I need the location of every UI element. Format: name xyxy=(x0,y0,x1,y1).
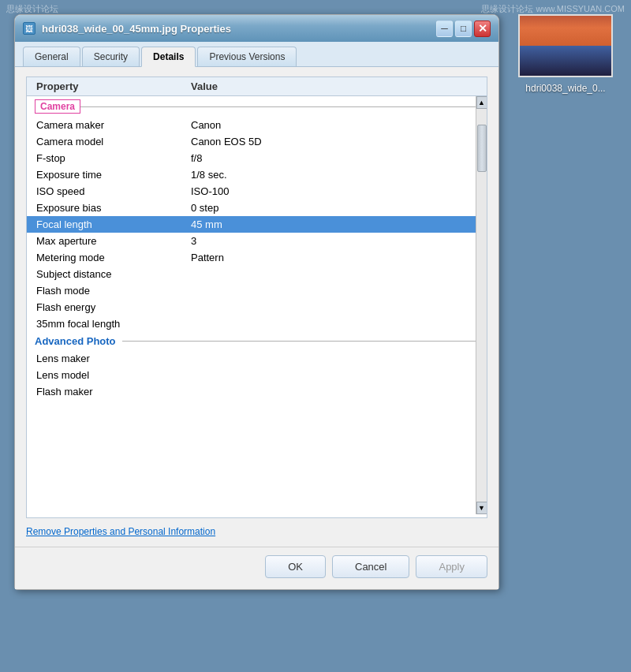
prop-max-aperture-value: 3 xyxy=(185,235,487,247)
scrollbar-thumb[interactable] xyxy=(477,125,487,172)
table-row-selected[interactable]: Focal length 45 mm xyxy=(27,216,487,233)
table-row[interactable]: Exposure time 1/8 sec. xyxy=(27,166,487,183)
prop-subject-distance-value xyxy=(185,268,487,280)
prop-lens-maker-label: Lens maker xyxy=(27,353,185,364)
dialog-title: hdri038_wide_00_45mm.jpg Properties xyxy=(42,23,231,35)
tab-strip: General Security Details Previous Versio… xyxy=(15,42,498,67)
watermark-left: 思缘设计论坛 xyxy=(6,3,58,15)
title-bar-left: 🖼 hdri038_wide_00_45mm.jpg Properties xyxy=(23,22,231,35)
cancel-button[interactable]: Cancel xyxy=(332,555,409,578)
table-row[interactable]: Lens maker xyxy=(27,350,487,367)
prop-metering-mode-label: Metering mode xyxy=(27,252,185,263)
prop-fstop-value: f/8 xyxy=(185,152,487,164)
table-row[interactable]: Subject distance xyxy=(27,266,487,282)
prop-metering-mode-value: Pattern xyxy=(185,252,487,263)
prop-focal-length-label: Focal length xyxy=(27,218,185,230)
prop-flash-mode-label: Flash mode xyxy=(27,285,185,297)
title-bar: 🖼 hdri038_wide_00_45mm.jpg Properties ─ … xyxy=(15,15,498,42)
prop-camera-model-value: Canon EOS 5D xyxy=(185,136,487,147)
dialog-footer: OK Cancel Apply xyxy=(15,547,498,589)
prop-35mm-value xyxy=(185,318,487,330)
table-row[interactable]: ISO speed ISO-100 xyxy=(27,183,487,200)
prop-flash-energy-label: Flash energy xyxy=(27,301,185,313)
prop-camera-maker-label: Camera maker xyxy=(27,119,185,131)
table-row[interactable]: F-stop f/8 xyxy=(27,150,487,166)
prop-35mm-label: 35mm focal length xyxy=(27,318,185,330)
section-line-2 xyxy=(122,341,479,342)
prop-focal-length-value: 45 mm xyxy=(185,218,487,230)
prop-scroll-area[interactable]: Camera Camera maker Canon Camera model C… xyxy=(27,96,487,514)
apply-button[interactable]: Apply xyxy=(416,555,487,578)
prop-camera-maker-value: Canon xyxy=(185,119,487,131)
thumbnail-image xyxy=(518,14,613,77)
dialog-content: Property Value Camera Camera maker Canon xyxy=(15,67,498,547)
prop-exposure-time-value: 1/8 sec. xyxy=(185,169,487,181)
scrollbar-track[interactable] xyxy=(476,109,487,502)
section-advanced-photo-label: Advanced Photo xyxy=(35,335,116,347)
properties-dialog: 🖼 hdri038_wide_00_45mm.jpg Properties ─ … xyxy=(14,14,499,590)
header-value: Value xyxy=(185,80,487,92)
table-row[interactable]: Flash energy xyxy=(27,299,487,315)
prop-max-aperture-label: Max aperture xyxy=(27,235,185,247)
scrollbar-down-button[interactable]: ▼ xyxy=(476,502,487,514)
prop-exposure-bias-label: Exposure bias xyxy=(27,202,185,214)
tab-security[interactable]: Security xyxy=(82,47,140,66)
prop-camera-model-label: Camera model xyxy=(27,136,185,147)
prop-exposure-bias-value: 0 step xyxy=(185,202,487,214)
prop-fstop-label: F-stop xyxy=(27,152,185,164)
section-line xyxy=(80,106,479,107)
table-row[interactable]: Flash maker xyxy=(27,383,487,400)
prop-lens-model-label: Lens model xyxy=(27,369,185,381)
prop-exposure-time-label: Exposure time xyxy=(27,169,185,181)
prop-flash-maker-value xyxy=(185,386,487,398)
scrollbar[interactable]: ▲ ▼ xyxy=(476,96,487,514)
prop-list: Camera Camera maker Canon Camera model C… xyxy=(27,96,487,400)
section-camera: Camera xyxy=(27,96,487,117)
table-row[interactable]: Camera model Canon EOS 5D xyxy=(27,133,487,150)
tab-previous-versions[interactable]: Previous Versions xyxy=(197,47,297,66)
maximize-button[interactable]: □ xyxy=(455,21,472,37)
section-advanced-photo: Advanced Photo xyxy=(27,332,487,350)
properties-panel: Property Value Camera Camera maker Canon xyxy=(26,77,487,518)
tab-general[interactable]: General xyxy=(23,47,80,66)
header-property: Property xyxy=(27,80,185,92)
table-row[interactable]: Metering mode Pattern xyxy=(27,249,487,266)
table-row[interactable]: Exposure bias 0 step xyxy=(27,200,487,216)
table-header: Property Value xyxy=(27,77,487,96)
table-row[interactable]: Max aperture 3 xyxy=(27,233,487,249)
file-icon: 🖼 xyxy=(23,22,35,35)
close-button[interactable]: ✕ xyxy=(474,21,491,37)
title-controls: ─ □ ✕ xyxy=(436,21,491,37)
prop-flash-maker-label: Flash maker xyxy=(27,386,185,398)
prop-flash-energy-value xyxy=(185,301,487,313)
thumbnail-label: hdri0038_wide_0... xyxy=(525,83,605,94)
table-row[interactable]: Flash mode xyxy=(27,282,487,299)
tab-details[interactable]: Details xyxy=(141,47,196,67)
remove-properties-link[interactable]: Remove Properties and Personal Informati… xyxy=(26,526,487,537)
prop-lens-maker-value xyxy=(185,353,487,364)
minimize-button[interactable]: ─ xyxy=(436,21,453,37)
thumbnail-panel: hdri0038_wide_0... xyxy=(514,14,617,94)
prop-iso-value: ISO-100 xyxy=(185,185,487,197)
section-camera-label: Camera xyxy=(35,99,80,114)
prop-iso-label: ISO speed xyxy=(27,185,185,197)
scrollbar-up-button[interactable]: ▲ xyxy=(476,96,487,109)
watermark-right: 思缘设计论坛 www.MISSYUAN.COM xyxy=(481,3,625,15)
ok-button[interactable]: OK xyxy=(265,555,326,578)
prop-lens-model-value xyxy=(185,369,487,381)
table-row[interactable]: Camera maker Canon xyxy=(27,117,487,133)
prop-flash-mode-value xyxy=(185,285,487,297)
table-row[interactable]: 35mm focal length xyxy=(27,315,487,332)
prop-subject-distance-label: Subject distance xyxy=(27,268,185,280)
table-row[interactable]: Lens model xyxy=(27,367,487,383)
